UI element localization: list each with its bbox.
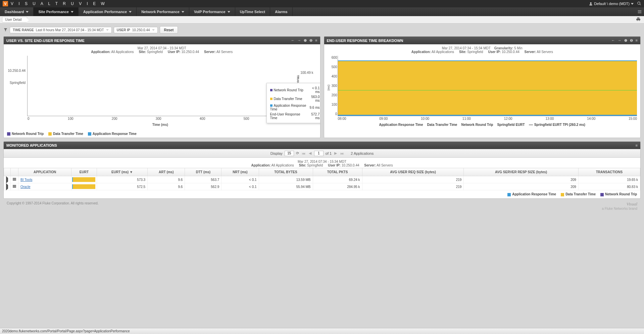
nav-item-site-performance[interactable]: Site Performance <box>34 7 78 16</box>
nav-menu-icon[interactable] <box>635 7 644 16</box>
pager-next-icon[interactable]: ▶ <box>334 151 338 155</box>
statusbar: 2020demo.flukenetworks.com/Portal/Portal… <box>0 328 644 334</box>
col-header[interactable]: TOTAL PKTS <box>313 168 362 176</box>
panel1-chart: TRANS... 100.49 k 0100200300400500600 10… <box>4 54 320 130</box>
nav-item-application-performance[interactable]: Application Performance <box>79 7 137 16</box>
panel2-title: END-USER RESPONSE TIME BREAKDOWN <box>327 39 403 43</box>
refresh-icon[interactable]: ⟳ <box>296 151 299 155</box>
main-nav: DashboardSite PerformanceApplication Per… <box>0 7 644 16</box>
titlebar: V V I S U A L T R U V I E W Default \ de… <box>0 0 644 7</box>
nav-right-icon[interactable]: → <box>297 38 301 43</box>
pager-total: 2 Applications <box>351 151 374 155</box>
userip-label: USER IP <box>117 28 130 32</box>
panel-user-vs-site: USER VS. SITE END-USER RESPONSE TIME ← →… <box>3 36 320 138</box>
col-header[interactable]: EURT (ms) ▼ <box>97 168 148 176</box>
brand-logo-icon: V <box>3 1 8 6</box>
userip-filter[interactable]: USER IP 10.250.0.44 <box>114 27 158 33</box>
panel1-subheader: Mar 27, 2014 07:34 - 15:34 MDT Applicati… <box>4 44 320 54</box>
filter-icon[interactable] <box>3 28 8 33</box>
col-header[interactable]: AVG USER REQ SIZE (bytes) <box>362 168 464 176</box>
zoom-out-icon[interactable]: ⊖ <box>309 38 312 43</box>
app-link[interactable]: BI Tools <box>20 178 32 182</box>
panel-menu-icon[interactable]: ≡ <box>315 38 317 43</box>
apps-table: APPLICATIONEURTEURT (ms) ▼ART (ms)DTT (m… <box>4 168 640 190</box>
panel3-timestamp: Mar 27, 2014 07:34 - 15:34 MDT <box>5 160 639 163</box>
caret-down-icon <box>152 29 155 31</box>
nav-item-alarms[interactable]: Alarms <box>270 7 292 16</box>
timerange-value: Last 8 hours Mar 27, 2014 07:34 - 15:34 … <box>36 28 104 32</box>
search-icon[interactable] <box>637 1 641 6</box>
nav-left-icon[interactable]: ← <box>291 38 295 43</box>
pager-last-icon[interactable]: ⏭ <box>340 151 345 155</box>
col-header[interactable]: NRT (ms) <box>221 168 259 176</box>
panel3-subheader: Mar 27, 2014 07:34 - 15:34 MDT Applicati… <box>4 158 640 168</box>
pager-display-input[interactable] <box>285 151 294 156</box>
col-header[interactable]: EURT <box>71 168 97 176</box>
nav-item-network-performance[interactable]: Network Performance <box>137 7 189 16</box>
panel-menu-icon[interactable]: ≡ <box>636 143 638 147</box>
panel2-subheader: Mar 27, 2014 07:34 - 15:34 MDT Granulari… <box>324 44 641 54</box>
footer-tagline: a Fluke Networks brand <box>602 207 637 210</box>
panel3-legend: Application Response Time Data Transfer … <box>4 190 640 198</box>
print-icon[interactable] <box>636 17 641 22</box>
col-header[interactable]: TRANSACTIONS <box>578 168 640 176</box>
row-menu-icon[interactable] <box>13 185 16 188</box>
col-header[interactable]: AVG SERVER RESP SIZE (bytes) <box>464 168 578 176</box>
caret-down-icon <box>631 3 634 5</box>
panel2-chart: 6005004003002001000 08:0009:0010:0011:00… <box>338 56 637 116</box>
panel-menu-icon[interactable]: ≡ <box>636 38 638 43</box>
expand-icon[interactable] <box>6 176 8 183</box>
statusbar-text: 2020demo.flukenetworks.com/Portal/Portal… <box>2 329 130 333</box>
table-row: Oracle572.59.6562.9< 0.155.94 MB284.95 k… <box>4 183 640 190</box>
nav-right-icon[interactable]: → <box>618 38 622 43</box>
pager-first-icon[interactable]: ⏮ <box>301 151 306 155</box>
panel2-timestamp: Mar 27, 2014 07:34 - 15:34 MDT <box>442 46 491 50</box>
panel1-title: USER VS. SITE END-USER RESPONSE TIME <box>6 39 85 43</box>
timerange-filter[interactable]: TIME RANGE Last 8 hours Mar 27, 2014 07:… <box>10 27 112 33</box>
secondary-axis-value: 100.49 k <box>300 71 313 75</box>
user-icon <box>589 2 593 6</box>
copyright: Copyright © 1997-2014 Fluke Corporation.… <box>7 201 99 210</box>
panel1-legend: Network Round Trip Data Transfer Time Ap… <box>4 130 320 138</box>
zoom-in-icon[interactable]: ⊕ <box>304 38 307 43</box>
breadcrumb[interactable]: User Detail <box>2 17 27 22</box>
pager-display-label: Display <box>270 151 283 155</box>
breadcrumb-bar: User Detail <box>0 16 644 23</box>
brand-title: V I S U A L T R U V I E W <box>11 1 107 6</box>
col-header[interactable]: APPLICATION <box>18 168 71 176</box>
expand-icon[interactable] <box>6 183 8 190</box>
nav-left-icon[interactable]: ← <box>611 38 615 43</box>
col-header[interactable]: TOTAL BYTES <box>259 168 313 176</box>
pager-of: of 1 <box>326 151 332 155</box>
brand: V V I S U A L T R U V I E W <box>3 1 107 6</box>
nav-item-dashboard[interactable]: Dashboard <box>0 7 34 16</box>
chart-tooltip: Network Round Trip< 0.1 msData Transfer … <box>266 83 320 123</box>
filter-bar: TIME RANGE Last 8 hours Mar 27, 2014 07:… <box>0 23 644 36</box>
panel1-xlabel: Time (ms) <box>27 123 293 127</box>
pager-prev-icon[interactable]: ◀ <box>308 151 312 155</box>
userip-value: 10.250.0.44 <box>132 28 150 32</box>
user-menu[interactable]: Default \ demo (MDT) <box>589 2 634 6</box>
col-header[interactable]: DTT (ms) <box>185 168 221 176</box>
caret-down-icon <box>106 29 109 31</box>
row-menu-icon[interactable] <box>13 178 16 181</box>
footer-brand: Visual <box>627 201 637 206</box>
bar-category-label: 10.250.0.44 <box>8 69 28 73</box>
zoom-out-icon[interactable]: ⊖ <box>630 38 633 43</box>
timerange-label: TIME RANGE <box>13 28 34 32</box>
nav-item-voip-performance[interactable]: VoIP Performance <box>189 7 235 16</box>
col-header[interactable]: ART (ms) <box>148 168 185 176</box>
zoom-in-icon[interactable]: ⊕ <box>624 38 627 43</box>
user-label: Default \ demo (MDT) <box>594 2 630 6</box>
table-row: BI Tools573.39.6563.7< 0.113.59 MB69.24 … <box>4 176 640 183</box>
panel3-title: MONITORED APPLICATIONS <box>6 143 57 147</box>
pager-page-input[interactable] <box>314 151 324 156</box>
app-link[interactable]: Oracle <box>20 185 30 189</box>
breadcrumb-label: User Detail <box>5 18 21 21</box>
reset-button[interactable]: Reset <box>160 26 178 34</box>
panel-monitored-apps: MONITORED APPLICATIONS ≡ Display ⟳ ⏮ ◀ o… <box>3 141 641 198</box>
footer: Copyright © 1997-2014 Fluke Corporation.… <box>3 199 641 213</box>
nav-item-uptime-select[interactable]: UpTime Select <box>235 7 270 16</box>
panel-eurt-breakdown: END-USER RESPONSE TIME BREAKDOWN ← → ⊕ ⊖… <box>324 36 641 138</box>
bar-category-label: Springfield <box>10 81 28 85</box>
